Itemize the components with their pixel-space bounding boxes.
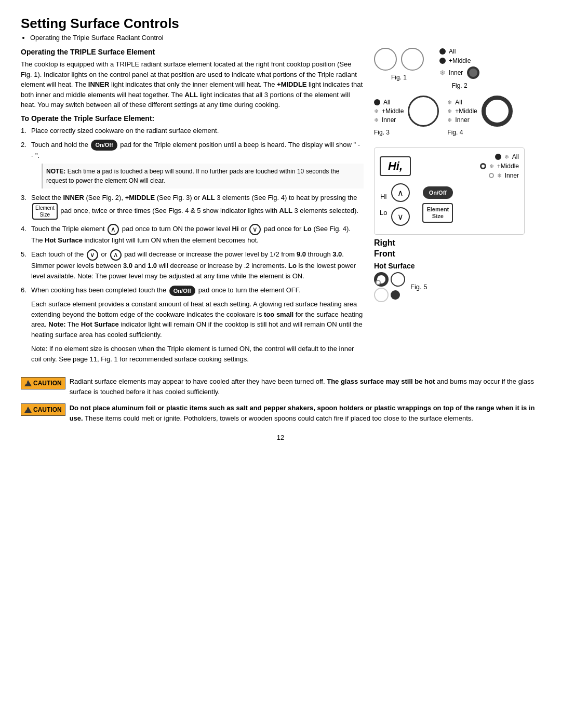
caution-triangle-2 xyxy=(24,407,32,413)
caution-badge-1: CAUTION xyxy=(21,377,65,389)
up-button[interactable]: ∧ xyxy=(391,183,410,202)
step-3: 3. Select the INNER (See Fig. 2), +MIDDL… xyxy=(21,193,364,220)
section1-title: Operating the TRIPLE Surface Element xyxy=(21,48,364,56)
fig4-block: ❄ All ❄ +Middle ❄ Inner xyxy=(447,96,512,136)
fig4-inner-snow: ❄ xyxy=(447,117,452,124)
fig1-circle-left xyxy=(374,48,397,71)
fig2-middle-label: +Middle xyxy=(449,57,471,64)
up-arrow-inline: ∧ xyxy=(108,224,119,235)
fig2-middle-dot xyxy=(439,58,446,64)
control-buttons-row: Hi Lo ∧ ∨ On/Off ElementSize xyxy=(380,183,519,226)
fig4-mid-snow: ❄ xyxy=(447,108,452,115)
ctrl-all-snow: ❄ xyxy=(504,154,509,160)
steps-list: 1. Place correctly sized cookware on the… xyxy=(21,126,364,365)
fig2-all-label: All xyxy=(449,48,456,55)
fig3-block: All ❄ +Middle ❄ Inner xyxy=(374,96,439,136)
fig5-label: Fig. 5 xyxy=(410,283,428,291)
fig4-inner: ❄ Inner xyxy=(447,116,477,124)
step-4: 4. Touch the Triple element ∧ pad once t… xyxy=(21,224,364,246)
page-number: 12 xyxy=(21,434,540,441)
caution-text-1: Radiant surface elements may appear to h… xyxy=(70,376,540,397)
ctrl-mid-snow: ❄ xyxy=(489,163,494,170)
ctrl-mid-dot xyxy=(480,163,486,169)
fig3-label: Fig. 3 xyxy=(374,129,439,136)
fig4-all-lbl: All xyxy=(455,99,462,106)
fig3-circle xyxy=(408,96,439,127)
fig4-circle xyxy=(482,96,513,127)
down-button[interactable]: ∨ xyxy=(391,207,410,226)
fig1-circle-right xyxy=(401,48,424,71)
fig3-inner-snow: ❄ xyxy=(374,117,379,124)
fig1-circles xyxy=(374,48,424,71)
ctrl-mid-row: ❄ +Middle xyxy=(480,163,519,170)
fig5-row1 xyxy=(374,272,405,287)
page-container: Setting Surface Controls Operating the T… xyxy=(21,16,540,441)
caution-1: CAUTION Radiant surface elements may app… xyxy=(21,376,540,397)
page-title: Setting Surface Controls xyxy=(21,16,540,32)
caution-text-2: Do not place aluminum foil or plastic it… xyxy=(70,403,540,423)
fig3-content: All ❄ +Middle ❄ Inner xyxy=(374,96,439,127)
fig2-block: All +Middle ❄ Inner Fig. 2 xyxy=(439,48,479,89)
fig2-middle-row: +Middle xyxy=(439,57,479,64)
control-diagram: Hi, ❄ All ❄ +Middle xyxy=(374,147,525,235)
left-column: Operating the TRIPLE Surface Element The… xyxy=(21,48,374,368)
hot-surface-label: Hot Surface xyxy=(374,262,415,270)
fig4-indicators: ❄ All ❄ +Middle ❄ Inner xyxy=(447,99,477,124)
fig4-inner-lbl: Inner xyxy=(455,116,469,124)
caution-label-2: CAUTION xyxy=(33,405,62,414)
fig3-mid-snow: ❄ xyxy=(374,108,379,115)
ctrl-inner-snow: ❄ xyxy=(497,172,502,179)
right-column: Fig. 1 All +Middle ❄ xyxy=(374,48,540,368)
fig4-middle: ❄ +Middle xyxy=(447,107,477,115)
element-size-inline: ElementSize xyxy=(32,203,58,220)
right-front-label: RightFront xyxy=(374,238,395,260)
ctrl-all-lbl: All xyxy=(512,153,519,160)
section2-title: To Operate the Triple Surface Element: xyxy=(21,114,364,123)
down-arrow-inline: ∨ xyxy=(249,224,261,235)
figures-top-row: Fig. 1 All +Middle ❄ xyxy=(374,48,479,89)
step2-note: NOTE: Each time a pad is touched a beep … xyxy=(42,164,364,188)
caution-label-1: CAUTION xyxy=(33,379,62,388)
caution-2: CAUTION Do not place aluminum foil or pl… xyxy=(21,403,540,423)
fig5-row2 xyxy=(374,288,405,302)
fig2-indicators: All +Middle ❄ Inner xyxy=(439,48,479,79)
fig5-circle-right-top xyxy=(391,272,405,287)
hi-lo-labels: Hi Lo xyxy=(380,193,387,217)
fig2-label: Fig. 2 xyxy=(452,82,468,89)
fig2-all-row: All xyxy=(439,48,479,55)
fig2-inner-snow: ❄ xyxy=(439,69,446,77)
onoff-inline: On/Off xyxy=(91,140,117,151)
fig3-all-dot xyxy=(374,99,380,105)
fig4-all: ❄ All xyxy=(447,99,477,106)
ctrl-inner-lbl: Inner xyxy=(505,172,519,179)
fig2-all-dot xyxy=(439,48,446,55)
up-down-btns: ∧ ∨ xyxy=(391,183,410,226)
ctrl-all-dot xyxy=(495,154,501,160)
ctrl-inner-row: ❄ Inner xyxy=(489,172,519,179)
fig3-middle: ❄ +Middle xyxy=(374,107,404,115)
fig3-all-lbl: All xyxy=(383,99,390,106)
fig4-mid-lbl: +Middle xyxy=(455,107,477,115)
fig1-label: Fig. 1 xyxy=(391,74,407,81)
fig4-all-snow: ❄ xyxy=(447,99,452,106)
fig5-circle-left-bot xyxy=(374,288,389,302)
onoff-elemsize-col: On/Off ElementSize xyxy=(422,186,453,223)
step6-note2: Note: If no element size is choosen when… xyxy=(31,344,364,364)
lo-label: Lo xyxy=(380,209,387,217)
ctrl-all-row: ❄ All xyxy=(495,153,519,160)
caution-triangle-1 xyxy=(24,380,32,386)
fig2-inner-circle xyxy=(467,66,479,79)
fig4-label: Fig. 4 xyxy=(447,129,512,136)
fig5-icon xyxy=(374,272,405,302)
fig3-mid-lbl: +Middle xyxy=(382,107,404,115)
hi-label: Hi xyxy=(380,193,386,200)
element-size-button[interactable]: ElementSize xyxy=(422,203,453,223)
down-arrow2-inline: ∨ xyxy=(87,249,98,261)
hi-display: Hi, xyxy=(380,156,411,176)
onoff-inline2: On/Off xyxy=(169,286,195,296)
step-5: 5. Each touch of the ∨ or ∧ pad will dec… xyxy=(21,249,364,281)
up-arrow2-inline: ∧ xyxy=(110,249,122,261)
fig5-circle-filled xyxy=(391,290,400,300)
caution-section: CAUTION Radiant surface elements may app… xyxy=(21,376,540,423)
onoff-button[interactable]: On/Off xyxy=(423,186,453,199)
